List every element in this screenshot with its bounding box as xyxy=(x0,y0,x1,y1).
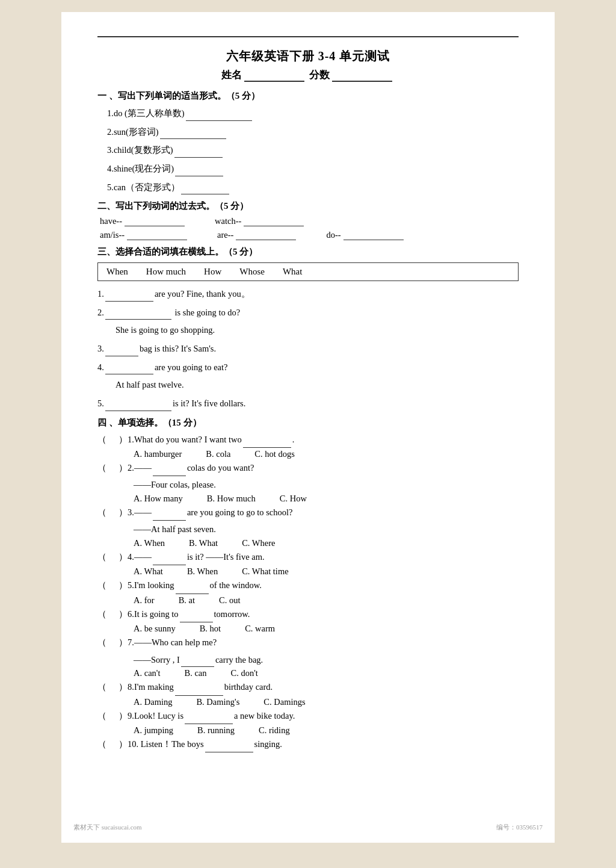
mc-q6: （ ）6.It is going to tomorrow. xyxy=(97,607,519,622)
mc-q3-options: A. When B. What C. Where xyxy=(97,538,519,548)
s2-row2: am/is-- are-- do-- xyxy=(97,229,519,240)
mc-q3-sub: ——At half past seven. xyxy=(97,522,519,537)
mc-q9: （ ）9.Look! Lucy is a new bike today. xyxy=(97,708,519,724)
top-divider xyxy=(97,36,519,37)
mc-q5-options: A. for B. at C. out xyxy=(97,595,519,606)
q1-3-blank xyxy=(174,142,223,158)
name-blank xyxy=(244,69,304,82)
mc-q9-bracket xyxy=(108,708,119,724)
q1-2: 2.sun(形容词) xyxy=(97,124,519,140)
mc-q4-optC: C. What time xyxy=(242,566,288,577)
mc-q8-optA: A. Daming xyxy=(134,697,172,707)
mc-q2-optA: A. How many xyxy=(134,494,183,504)
mc-q6-options: A. be sunny B. hot C. warm xyxy=(97,624,519,634)
mc-q4-blank xyxy=(153,550,186,565)
mc-q2: （ ）2.—— colas do you want? xyxy=(97,460,519,476)
s2-row1: have-- watch-- xyxy=(97,215,519,226)
mc-q1: （ ）1.What do you want? I want two . xyxy=(97,432,519,448)
mc-q2-options: A. How many B. How much C. How xyxy=(97,494,519,504)
word-howmuch: How much xyxy=(146,267,186,277)
mc-q10-blank xyxy=(205,737,253,752)
mc-q6-bracket xyxy=(108,607,119,622)
mc-q7-options: A. can't B. can C. don't xyxy=(97,668,519,678)
mc-q2-optC: C. How xyxy=(280,494,307,504)
mc-q9-blank xyxy=(185,708,233,724)
mc-q5-bracket xyxy=(108,578,119,593)
mc-q1-optB: B. cola xyxy=(206,449,230,459)
section1-title: 一 、写出下列单词的适当形式。（5 分） xyxy=(97,90,519,102)
s3-q3-blank xyxy=(105,341,138,356)
mc-q5-optA: A. for xyxy=(134,595,155,606)
score-blank xyxy=(332,69,392,82)
s3-q4-sub: At half past twelve. xyxy=(97,377,519,392)
q1-1: 1.do (第三人称单数) xyxy=(97,105,519,121)
mc-q7-bracket xyxy=(108,635,119,650)
mc-q8-bracket xyxy=(108,680,119,695)
footer-left: 素材天下 sucaisucai.com xyxy=(73,823,142,832)
mc-q2-optB: B. How much xyxy=(207,494,256,504)
mc-q1-blank xyxy=(243,432,291,448)
mc-q6-optC: C. warm xyxy=(245,624,275,634)
mc-q8-options: A. Daming B. Daming's C. Damings xyxy=(97,697,519,707)
mc-q9-options: A. jumping B. running C. riding xyxy=(97,725,519,736)
mc-q10-bracket xyxy=(108,737,119,752)
mc-q8-optB: B. Daming's xyxy=(196,697,239,707)
mc-q5: （ ）5.I'm looking of the window. xyxy=(97,578,519,594)
mc-q4: （ ）4.—— is it? ——It's five am. xyxy=(97,550,519,565)
mc-q9-optB: B. running xyxy=(197,725,235,736)
s2-amis: am/is-- xyxy=(100,229,187,240)
mc-q7-optA: A. can't xyxy=(134,668,160,678)
mc-q8: （ ）8.I'm making birthday card. xyxy=(97,680,519,695)
mc-q3-optC: C. Where xyxy=(242,538,275,548)
word-what: What xyxy=(283,267,302,277)
mc-q1-optC: C. hot dogs xyxy=(254,449,294,459)
mc-q7-sub: ——Sorry , I carry the bag. xyxy=(97,652,519,668)
mc-q3-blank xyxy=(153,505,186,521)
word-when: When xyxy=(106,267,128,277)
s3-q3: 3. bag is this? It's Sam's. xyxy=(97,341,519,356)
mc-q5-optB: B. at xyxy=(179,595,195,606)
s3-q4-blank xyxy=(105,359,153,375)
s3-q2: 2. is she going to do? xyxy=(97,305,519,320)
mc-q4-optB: B. When xyxy=(187,566,218,577)
mc-q4-options: A. What B. When C. What time xyxy=(97,566,519,577)
footer-right: 编号：03596517 xyxy=(496,823,543,832)
s3-q4: 4. are you going to eat? xyxy=(97,359,519,375)
mc-q1-optA: A. hamburger xyxy=(134,449,182,459)
mc-q2-sub: ——Four colas, please. xyxy=(97,477,519,492)
s2-watch: watch-- xyxy=(215,215,304,226)
s2-are: are-- xyxy=(217,229,296,240)
mc-q3: （ ）3.—— are you going to go to school? xyxy=(97,505,519,521)
exam-title: 六年级英语下册 3-4 单元测试 xyxy=(97,48,519,64)
page-footer: 素材天下 sucaisucai.com 编号：03596517 xyxy=(61,823,555,832)
mc-q1-bracket xyxy=(108,432,119,447)
s3-q5: 5. is it? It's five dollars. xyxy=(97,395,519,411)
section3-wordbox: When How much How Whose What xyxy=(97,262,519,281)
q1-5: 5.can（否定形式） xyxy=(97,179,519,195)
mc-q7-blank xyxy=(181,652,214,668)
mc-q3-optA: A. When xyxy=(134,538,165,548)
s2-have: have-- xyxy=(100,215,185,226)
mc-q2-blank xyxy=(153,460,186,476)
mc-q1-options: A. hamburger B. cola C. hot dogs xyxy=(97,449,519,459)
mc-q5-optC: C. out xyxy=(219,595,240,606)
mc-q4-bracket xyxy=(108,550,119,565)
s3-q2-blank xyxy=(105,305,171,320)
s3-q1-blank xyxy=(105,286,153,302)
s3-q1: 1. are you? Fine, thank you。 xyxy=(97,286,519,302)
mc-q3-optB: B. What xyxy=(189,538,218,548)
q1-1-blank xyxy=(186,105,252,121)
s3-q5-blank xyxy=(105,395,171,411)
mc-q9-optC: C. riding xyxy=(259,725,290,736)
mc-q4-optA: A. What xyxy=(134,566,163,577)
mc-q3-bracket xyxy=(108,505,119,520)
mc-q10: （ ）10. Listen！The boys singing. xyxy=(97,737,519,752)
q1-5-blank xyxy=(181,179,229,195)
q1-4-blank xyxy=(175,161,223,176)
section4-title: 四 、单项选择。（15 分） xyxy=(97,417,519,429)
section2-title: 二、写出下列动词的过去式。（5 分） xyxy=(97,200,519,212)
name-label: 姓名 xyxy=(221,69,242,81)
mc-q6-blank xyxy=(180,607,213,622)
mc-q7-optB: B. can xyxy=(184,668,206,678)
q1-3: 3.child(复数形式) xyxy=(97,142,519,158)
